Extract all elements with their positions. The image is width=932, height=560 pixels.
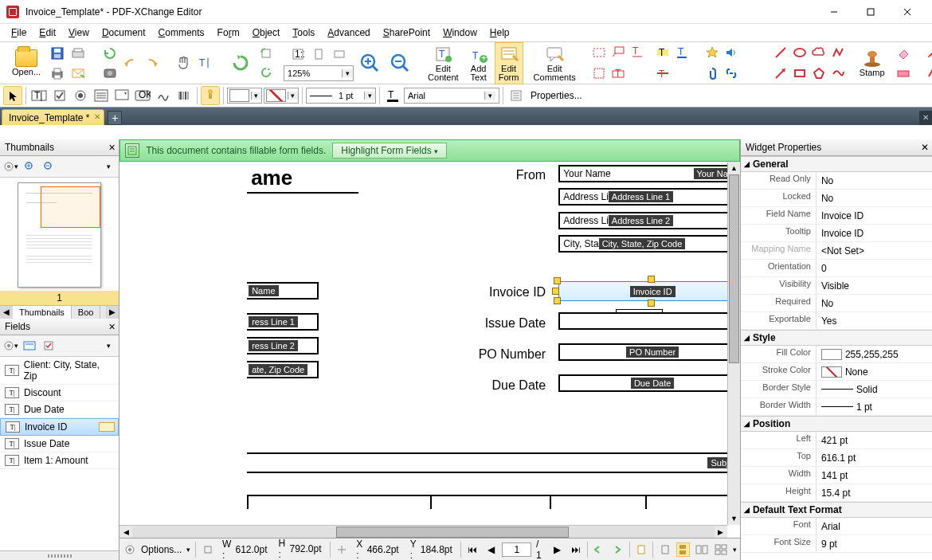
prop-row[interactable]: Height15.4 pt [741, 484, 932, 502]
menu-object[interactable]: Object [246, 25, 287, 40]
polyline-tool[interactable] [828, 43, 848, 62]
open-button[interactable]: Open... [6, 47, 46, 79]
next-page-button[interactable]: ▶ [550, 542, 564, 557]
resize-handle[interactable] [554, 297, 561, 304]
bookmarks-tab[interactable]: Boo [72, 306, 101, 319]
highlight-tool[interactable]: T [653, 43, 672, 62]
prop-section[interactable]: ◢General [741, 156, 932, 172]
close-tab-icon[interactable]: ✕ [94, 112, 100, 121]
stamp-button[interactable]: Stamp [856, 46, 889, 80]
area-select-tool[interactable] [589, 64, 609, 83]
thumbnails-tab[interactable]: Thumbnails [13, 306, 72, 319]
keep-selected-toggle[interactable] [201, 86, 220, 105]
horizontal-scrollbar[interactable]: ◀ ▶ [119, 525, 727, 538]
signature-tool[interactable] [154, 86, 173, 105]
close-icon[interactable]: ✕ [108, 322, 116, 332]
star-favourite-icon[interactable] [703, 43, 722, 62]
resize-handle[interactable] [554, 277, 561, 284]
menu-help[interactable]: Help [484, 25, 516, 40]
fit-width-button[interactable] [330, 45, 349, 64]
prop-row[interactable]: RequiredNo [741, 295, 932, 312]
pencil-tool[interactable] [828, 64, 848, 83]
prop-section[interactable]: ◢Default Text Format [741, 502, 932, 518]
zoom-select[interactable]: ▾ [284, 65, 354, 81]
issue-date-field[interactable] [558, 312, 740, 330]
menu-advanced[interactable]: Advanced [321, 25, 376, 40]
fields-rename-icon[interactable] [21, 337, 38, 354]
properties-button[interactable]: Properties... [527, 88, 585, 103]
text-select-tool[interactable]: T [609, 64, 628, 83]
prop-row[interactable]: Border Width1 pt [741, 398, 932, 416]
prop-row[interactable]: Orientation0 [741, 260, 932, 277]
close-icon[interactable]: ✕ [108, 143, 116, 153]
attach-tool[interactable] [703, 64, 722, 83]
thumb-options-icon[interactable]: ▾ [2, 158, 19, 175]
field-item[interactable]: T|Issue Date [0, 436, 119, 452]
highlight-fields-button[interactable]: Highlight Form Fields ▾ [332, 143, 447, 159]
zoom-out-button[interactable] [386, 49, 414, 77]
prop-section[interactable]: ◢Position [741, 416, 932, 432]
city-field[interactable]: City, StaCity, State, Zip Code [558, 235, 740, 253]
last-page-button[interactable]: ⏭ [569, 542, 582, 557]
two-page-continuous[interactable] [714, 542, 728, 557]
minimize-button[interactable] [816, 0, 852, 24]
fill-color-picker[interactable]: ▾ [227, 88, 262, 104]
prop-section[interactable]: ◢Style [741, 330, 932, 346]
redo-button[interactable] [142, 53, 161, 72]
invoice-id-field[interactable]: Invoice ID [558, 281, 740, 301]
two-page-view[interactable] [695, 542, 709, 557]
field-item[interactable]: T|Item 1: Amount [0, 452, 119, 469]
prop-row[interactable]: Border StyleSolid [741, 381, 932, 398]
arrow-tool[interactable] [771, 64, 790, 83]
edit-comments-button[interactable]: Edit Comments [530, 42, 580, 84]
actual-size-button[interactable]: 1:1 [288, 45, 307, 64]
first-page-button[interactable]: ⏮ [466, 542, 480, 557]
oval-tool[interactable] [790, 43, 809, 62]
prev-page-button[interactable]: ◀ [484, 542, 498, 557]
prop-row[interactable]: ExportableYes [741, 312, 932, 330]
sound-tool[interactable] [722, 43, 741, 62]
stroke-color-picker[interactable]: ▾ [264, 88, 299, 104]
subject-field[interactable]: Subject [247, 452, 740, 473]
resize-handle[interactable] [648, 276, 655, 283]
fit-page-button[interactable] [309, 45, 328, 64]
font-color-button[interactable]: T [383, 86, 402, 105]
prop-row[interactable]: TooltipInvoice ID [741, 225, 932, 242]
prop-row[interactable]: Font Size9 pt [741, 535, 932, 553]
vertical-scrollbar[interactable]: ▲ ▼ [727, 162, 740, 525]
cloud-tool[interactable] [809, 43, 828, 62]
status-gear-icon[interactable] [123, 542, 136, 557]
edit-content-button[interactable]: T Edit Content [424, 42, 463, 84]
close-button[interactable] [889, 0, 926, 24]
dropdown-tool[interactable] [112, 86, 131, 105]
address2-field[interactable]: Address LiAddress Line 2 [558, 212, 740, 229]
client-city-field[interactable]: ate, Zip Code [247, 361, 319, 378]
your-name-field[interactable]: Your NameYour Name [558, 165, 740, 182]
prop-row[interactable]: LockedNo [741, 190, 932, 207]
page-canvas[interactable]: ame From Your NameYour Name Address LiAd… [119, 162, 740, 538]
fields-menu-icon[interactable]: ▾ [100, 337, 117, 354]
button-tool[interactable]: OK [133, 86, 152, 105]
menu-document[interactable]: Document [96, 25, 152, 40]
tab-scroll-left[interactable]: ◀ [0, 306, 13, 319]
document-info-icon[interactable] [634, 542, 648, 557]
prop-row[interactable]: Field NameInvoice ID [741, 207, 932, 225]
add-tab-button[interactable]: + [108, 111, 122, 125]
continuous-view[interactable] [676, 542, 690, 557]
zoom-in-button[interactable] [355, 49, 384, 77]
po-number-field[interactable]: PO Number [558, 343, 740, 361]
menu-edit[interactable]: Edit [33, 25, 62, 40]
polygon-tool[interactable] [809, 64, 828, 83]
radio-tool[interactable] [71, 86, 90, 105]
prop-row[interactable]: Top616.1 pt [741, 449, 932, 467]
menu-view[interactable]: View [62, 25, 96, 40]
print-button[interactable] [48, 64, 67, 83]
eraser-tool[interactable] [894, 43, 913, 62]
thumb-menu-icon[interactable]: ▾ [100, 158, 117, 175]
view-menu-dropdown[interactable]: ▾ [733, 546, 737, 554]
underline-tool[interactable]: T [672, 43, 691, 62]
callout-tool[interactable] [609, 43, 628, 62]
line-weight-select[interactable]: ▾ [306, 88, 376, 104]
document-tab[interactable]: Invoice_Template * ✕ [2, 109, 104, 125]
fields-validate-icon[interactable] [40, 337, 57, 354]
